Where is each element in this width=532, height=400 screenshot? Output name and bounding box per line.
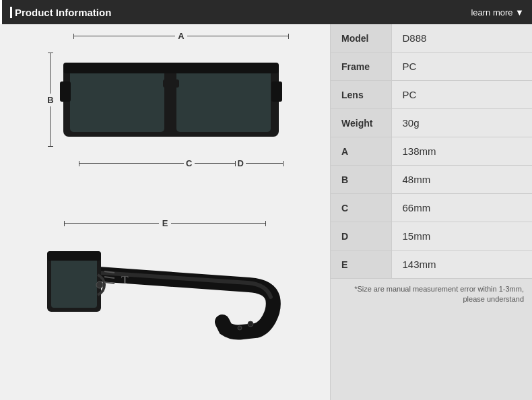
table-row: Weight30g	[331, 109, 532, 137]
svg-rect-3	[163, 79, 179, 88]
table-row: ModelD888	[331, 24, 532, 53]
spec-label: Frame	[331, 53, 391, 81]
glasses-front-image	[57, 42, 286, 157]
dim-a-label: A	[178, 31, 184, 41]
dim-d-label: D	[238, 158, 244, 168]
spec-value: 143mm	[391, 251, 532, 279]
spec-note: *Size are manual measurement error withi…	[331, 279, 532, 310]
spec-value: 48mm	[391, 166, 532, 194]
svg-rect-6	[63, 63, 279, 73]
spec-value: PC	[391, 81, 532, 109]
dimension-e-row: E	[64, 218, 267, 228]
dimension-b-container: B	[47, 53, 53, 147]
front-view-container: B	[47, 42, 285, 157]
table-row: E143mm	[331, 251, 532, 279]
dim-c-label: C	[186, 158, 192, 168]
svg-rect-8	[51, 255, 97, 308]
dimension-cd-row: C D	[79, 158, 284, 168]
table-row: D15mm	[331, 222, 532, 251]
svg-rect-4	[60, 81, 71, 102]
spec-label: E	[331, 251, 391, 279]
table-row: A138mm	[331, 137, 532, 166]
dimension-a-line: A	[73, 31, 289, 41]
left-panel: A B	[0, 24, 330, 400]
page-title: Product Information	[10, 7, 111, 18]
svg-rect-1	[70, 68, 164, 132]
spec-value: 30g	[391, 109, 532, 137]
svg-rect-5	[271, 81, 282, 102]
right-panel: ModelD888FramePCLensPCWeight30gA138mmB48…	[330, 24, 532, 400]
spec-value: 138mm	[391, 137, 532, 166]
side-view-section: E	[10, 213, 320, 393]
spec-label: D	[331, 222, 391, 251]
note-line1: *Size are manual measurement error withi…	[354, 285, 524, 293]
svg-text:T: T	[121, 274, 129, 286]
page-header: Product Information learn more ▼	[0, 0, 532, 24]
glasses-side-image: T	[40, 231, 290, 352]
svg-point-16	[238, 326, 242, 330]
spec-value: 15mm	[391, 222, 532, 251]
svg-rect-9	[47, 251, 101, 261]
spec-label: A	[331, 137, 391, 166]
dim-b-label: B	[47, 95, 53, 105]
spec-label: C	[331, 194, 391, 222]
dim-e-label: E	[162, 218, 168, 228]
glasses-side-svg: T	[40, 231, 290, 352]
spec-table: ModelD888FramePCLensPCWeight30gA138mmB48…	[331, 24, 532, 279]
glasses-front-svg	[57, 42, 286, 157]
spec-label: Model	[331, 24, 391, 53]
note-line2: please understand	[463, 295, 524, 303]
main-content: A B	[0, 24, 532, 400]
spec-value: 66mm	[391, 194, 532, 222]
svg-rect-2	[176, 68, 271, 132]
svg-point-15	[248, 321, 253, 327]
table-row: C66mm	[331, 194, 532, 222]
learn-more-button[interactable]: learn more ▼	[471, 7, 524, 18]
front-view-section: A B	[10, 31, 320, 213]
spec-label: B	[331, 166, 391, 194]
spec-label: Weight	[331, 109, 391, 137]
spec-value: D888	[391, 24, 532, 53]
dimension-a-row: A	[73, 31, 289, 41]
table-row: B48mm	[331, 166, 532, 194]
svg-point-10	[96, 281, 103, 288]
table-row: LensPC	[331, 81, 532, 109]
spec-label: Lens	[331, 81, 391, 109]
spec-value: PC	[391, 53, 532, 81]
table-row: FramePC	[331, 53, 532, 81]
